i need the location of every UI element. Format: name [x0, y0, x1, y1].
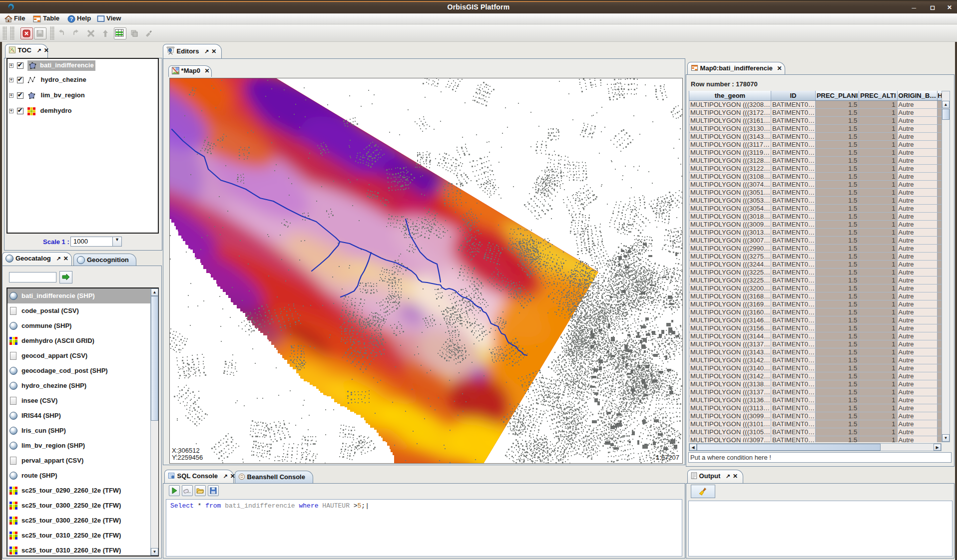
svg-text:?: ?: [70, 16, 73, 22]
svg-text:Y:2259456: Y:2259456: [172, 454, 203, 461]
svg-text:X:306512: X:306512: [172, 447, 200, 454]
svg-text:1:67207: 1:67207: [656, 454, 679, 461]
